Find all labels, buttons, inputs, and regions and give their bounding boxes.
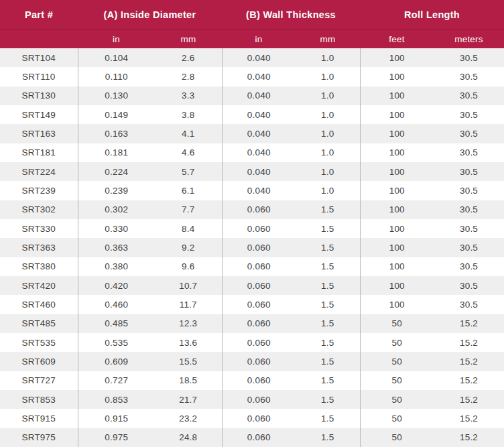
cell-feet: 50 (360, 390, 434, 409)
cell-wall-in: 0.060 (222, 409, 296, 428)
table-row: SRT2390.2396.10.0401.010030.5 (0, 181, 504, 200)
cell-wall-in: 0.040 (222, 143, 296, 162)
cell-inside-in: 0.363 (78, 238, 155, 257)
cell-part: SRT224 (0, 162, 78, 181)
cell-part: SRT460 (0, 295, 78, 314)
table-row: SRT3300.3308.40.0601.510030.5 (0, 219, 504, 238)
cell-inside-mm: 8.4 (155, 219, 222, 238)
cell-inside-mm: 9.6 (155, 257, 222, 276)
cell-inside-in: 0.104 (78, 48, 155, 67)
cell-feet: 100 (360, 143, 434, 162)
cell-wall-in: 0.060 (222, 314, 296, 333)
cell-meters: 15.2 (434, 314, 504, 333)
cell-part: SRT975 (0, 428, 78, 447)
cell-wall-in: 0.040 (222, 124, 296, 143)
cell-inside-in: 0.181 (78, 143, 155, 162)
cell-inside-in: 0.302 (78, 200, 155, 219)
cell-feet: 50 (360, 371, 434, 390)
cell-part: SRT363 (0, 238, 78, 257)
cell-wall-in: 0.060 (222, 200, 296, 219)
cell-feet: 100 (360, 67, 434, 86)
cell-meters: 30.5 (434, 124, 504, 143)
cell-part: SRT163 (0, 124, 78, 143)
cell-wall-in: 0.060 (222, 257, 296, 276)
cell-wall-mm: 1.5 (296, 333, 360, 352)
cell-wall-in: 0.060 (222, 333, 296, 352)
table-body: SRT1040.1042.60.0401.010030.5SRT1100.110… (0, 48, 504, 447)
cell-part: SRT239 (0, 181, 78, 200)
cell-inside-in: 0.485 (78, 314, 155, 333)
cell-wall-mm: 1.0 (296, 105, 360, 124)
cell-wall-in: 0.040 (222, 86, 296, 105)
cell-feet: 50 (360, 314, 434, 333)
cell-meters: 30.5 (434, 48, 504, 67)
cell-feet: 100 (360, 295, 434, 314)
table-header-row: Part # (A) Inside Diameter (B) Wall Thic… (0, 0, 504, 29)
cell-wall-in: 0.060 (222, 428, 296, 447)
spec-table: Part # (A) Inside Diameter (B) Wall Thic… (0, 0, 504, 447)
cell-wall-in: 0.040 (222, 105, 296, 124)
table-row: SRT4600.46011.70.0601.510030.5 (0, 295, 504, 314)
cell-wall-mm: 1.5 (296, 276, 360, 295)
cell-wall-mm: 1.5 (296, 409, 360, 428)
cell-wall-in: 0.040 (222, 48, 296, 67)
cell-inside-mm: 3.3 (155, 86, 222, 105)
cell-feet: 100 (360, 105, 434, 124)
table-row: SRT3800.3809.60.0601.510030.5 (0, 257, 504, 276)
cell-inside-mm: 18.5 (155, 371, 222, 390)
cell-part: SRT380 (0, 257, 78, 276)
table-row: SRT1100.1102.80.0401.010030.5 (0, 67, 504, 86)
cell-wall-in: 0.060 (222, 238, 296, 257)
cell-wall-in: 0.060 (222, 371, 296, 390)
cell-inside-mm: 3.8 (155, 105, 222, 124)
cell-wall-mm: 1.0 (296, 181, 360, 200)
cell-feet: 100 (360, 181, 434, 200)
cell-inside-mm: 9.2 (155, 238, 222, 257)
cell-wall-mm: 1.0 (296, 86, 360, 105)
table-row: SRT7270.72718.50.0601.55015.2 (0, 371, 504, 390)
header-inside-diameter: (A) Inside Diameter (78, 0, 222, 29)
cell-wall-mm: 1.5 (296, 352, 360, 371)
cell-meters: 30.5 (434, 238, 504, 257)
cell-wall-mm: 1.0 (296, 162, 360, 181)
cell-inside-mm: 5.7 (155, 162, 222, 181)
cell-feet: 100 (360, 219, 434, 238)
cell-feet: 100 (360, 86, 434, 105)
table-row: SRT1300.1303.30.0401.010030.5 (0, 86, 504, 105)
cell-feet: 100 (360, 276, 434, 295)
cell-feet: 100 (360, 124, 434, 143)
cell-meters: 30.5 (434, 276, 504, 295)
cell-meters: 30.5 (434, 67, 504, 86)
cell-part: SRT330 (0, 219, 78, 238)
cell-wall-mm: 1.5 (296, 390, 360, 409)
cell-inside-in: 0.535 (78, 333, 155, 352)
cell-inside-in: 0.239 (78, 181, 155, 200)
table-row: SRT4200.42010.70.0601.510030.5 (0, 276, 504, 295)
cell-inside-in: 0.130 (78, 86, 155, 105)
cell-feet: 50 (360, 352, 434, 371)
subheader-part-blank (0, 29, 78, 48)
cell-part: SRT915 (0, 409, 78, 428)
cell-wall-in: 0.060 (222, 390, 296, 409)
cell-inside-in: 0.915 (78, 409, 155, 428)
table-row: SRT5350.53513.60.0601.55015.2 (0, 333, 504, 352)
cell-part: SRT535 (0, 333, 78, 352)
cell-inside-mm: 2.6 (155, 48, 222, 67)
cell-inside-in: 0.330 (78, 219, 155, 238)
cell-inside-in: 0.110 (78, 67, 155, 86)
cell-wall-in: 0.040 (222, 181, 296, 200)
subheader-inside-diameter-in: in (78, 29, 155, 48)
cell-inside-in: 0.149 (78, 105, 155, 124)
cell-wall-mm: 1.5 (296, 238, 360, 257)
cell-wall-in: 0.060 (222, 295, 296, 314)
cell-inside-in: 0.460 (78, 295, 155, 314)
cell-feet: 50 (360, 428, 434, 447)
cell-part: SRT485 (0, 314, 78, 333)
table-row: SRT9750.97524.80.0601.55015.2 (0, 428, 504, 447)
cell-inside-in: 0.727 (78, 371, 155, 390)
cell-inside-mm: 10.7 (155, 276, 222, 295)
cell-wall-in: 0.060 (222, 352, 296, 371)
cell-feet: 100 (360, 200, 434, 219)
cell-meters: 30.5 (434, 200, 504, 219)
cell-inside-mm: 24.8 (155, 428, 222, 447)
